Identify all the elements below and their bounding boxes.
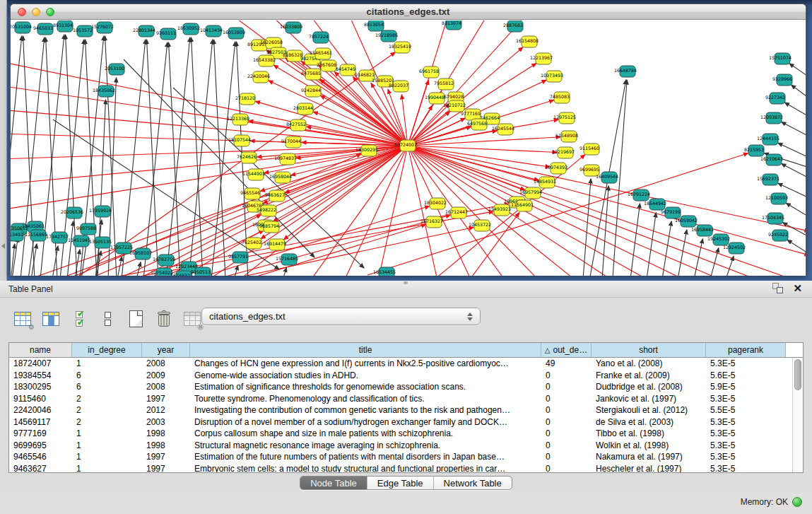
svg-text:16245544: 16245544 xyxy=(492,126,514,131)
table-cell: 6 xyxy=(72,382,142,392)
memory-status-icon[interactable] xyxy=(792,497,802,507)
vertical-scrollbar[interactable] xyxy=(792,358,803,472)
svg-text:18107544: 18107544 xyxy=(228,137,251,142)
table-cell: Dudbridge et al. (2008) xyxy=(592,382,706,392)
svg-text:15716485: 15716485 xyxy=(276,256,298,261)
svg-text:7857224: 7857224 xyxy=(309,34,329,39)
table-row[interactable]: 1938455462009Genome-wide association stu… xyxy=(9,370,803,382)
select-all-checkboxes-button[interactable] xyxy=(69,309,89,329)
svg-text:15885201: 15885201 xyxy=(372,78,394,83)
table-cell: de Silva et al. (2003) xyxy=(592,417,706,427)
table-cell: 1 xyxy=(72,440,142,450)
svg-text:16958107: 16958107 xyxy=(129,250,152,255)
column-header-in_degree[interactable]: in_degree xyxy=(72,343,142,357)
svg-text:9146821: 9146821 xyxy=(355,72,375,77)
table-row[interactable]: 969969511998Structural magnetic resonanc… xyxy=(9,440,803,452)
svg-text:8186328: 8186328 xyxy=(283,52,302,57)
table-row[interactable]: 911546021997Tourette syndrome. Phenomeno… xyxy=(9,393,803,405)
svg-text:9245022: 9245022 xyxy=(768,232,788,237)
column-header-title[interactable]: title xyxy=(190,343,541,357)
table-cell: 0 xyxy=(541,417,592,427)
svg-text:7485083: 7485083 xyxy=(550,94,570,99)
column-header-out_de[interactable]: △out_de… xyxy=(541,343,592,357)
svg-text:12975125: 12975125 xyxy=(553,115,576,119)
table-cell: 1 xyxy=(72,358,142,368)
new-document-button[interactable] xyxy=(126,309,146,329)
svg-text:1053572: 1053572 xyxy=(73,28,93,33)
table-options-button[interactable]: ⚙ xyxy=(13,309,33,329)
tab-node-table[interactable]: Node Table xyxy=(300,477,367,489)
table-cell: 9699695 xyxy=(9,440,72,450)
svg-text:18304022: 18304022 xyxy=(424,200,447,205)
table-cell: Nakamura et al. (1997) xyxy=(592,452,706,462)
table-cell: 0 xyxy=(541,464,592,473)
svg-text:15692371: 15692371 xyxy=(757,176,779,181)
column-header-name[interactable]: name xyxy=(9,343,72,357)
svg-text:15493923: 15493923 xyxy=(488,206,511,211)
column-header-short[interactable]: short xyxy=(592,343,706,357)
svg-text:8427552: 8427552 xyxy=(286,122,306,127)
table-cell: Stergiakouli et al. (2012) xyxy=(592,405,706,415)
float-panel-icon[interactable] xyxy=(772,283,783,293)
svg-text:17342757: 17342757 xyxy=(46,234,69,239)
table-row[interactable]: 1830029562008Estimation of significance … xyxy=(9,381,803,393)
svg-text:12923448: 12923448 xyxy=(175,264,198,269)
svg-text:11544901: 11544901 xyxy=(242,171,265,176)
svg-text:6497568: 6497568 xyxy=(467,121,487,126)
splitter-grip[interactable] xyxy=(404,281,408,284)
network-canvas[interactable]: 1872400789129551822605898275031654338281… xyxy=(11,21,806,276)
table-cell: 0 xyxy=(541,405,592,415)
table-row[interactable]: 2242004622012Investigating the contribut… xyxy=(9,404,803,416)
svg-text:9115460: 9115460 xyxy=(579,146,599,151)
delete-table-disabled-button: ✕ xyxy=(182,309,202,329)
table-row[interactable]: 1872400712008Changes of HCN gene express… xyxy=(9,358,803,370)
svg-text:9465546: 9465546 xyxy=(240,190,260,195)
column-header-pagerank[interactable]: pagerank xyxy=(706,343,786,357)
table-cell: 5.9E-5 xyxy=(706,382,786,392)
svg-text:7624626: 7624626 xyxy=(237,154,257,159)
delete-trash-button[interactable] xyxy=(154,309,174,329)
svg-text:18210722: 18210722 xyxy=(443,103,466,107)
svg-text:22801344: 22801344 xyxy=(133,28,155,33)
show-columns-button[interactable] xyxy=(41,309,61,329)
svg-text:16749322: 16749322 xyxy=(170,273,193,276)
svg-text:10974837: 10974837 xyxy=(274,156,297,160)
svg-text:9242844: 9242844 xyxy=(301,88,321,93)
network-window-titlebar[interactable]: citations_edges.txt xyxy=(11,4,806,20)
table-cell: 9115460 xyxy=(9,394,72,404)
table-selector-dropdown[interactable]: citations_edges.txt xyxy=(201,308,481,325)
unselect-all-checkboxes-button[interactable] xyxy=(98,309,117,329)
svg-text:11564901: 11564901 xyxy=(511,202,534,207)
column-header-year[interactable]: year xyxy=(142,343,190,357)
table-cell: Wolkin et al. (1998) xyxy=(592,440,706,450)
svg-text:16154808: 16154808 xyxy=(516,38,539,43)
svg-text:6961758: 6961758 xyxy=(419,69,439,74)
network-window: citations_edges.txt 18724007891295518226… xyxy=(10,4,806,276)
svg-text:10453722: 10453722 xyxy=(469,222,491,227)
table-cell: 18300295 xyxy=(9,382,72,392)
table-cell: Tibbo et al. (1998) xyxy=(592,428,706,438)
table-cell: 1997 xyxy=(142,452,190,462)
tab-edge-table[interactable]: Edge Table xyxy=(367,477,434,489)
svg-text:10974393: 10974393 xyxy=(545,165,567,170)
tab-network-table[interactable]: Network Table xyxy=(434,477,512,489)
close-panel-icon[interactable]: ✕ xyxy=(793,283,802,293)
table-row[interactable]: 977716911998Corpus callosum shape and si… xyxy=(9,428,803,440)
svg-text:9227342: 9227342 xyxy=(765,95,785,100)
table-row[interactable]: 946554611997Estimation of the future num… xyxy=(9,451,803,463)
svg-text:9885794: 9885794 xyxy=(259,223,279,228)
table-cell: 5.6E-5 xyxy=(706,370,786,380)
table-cell: 2003 xyxy=(142,417,190,427)
svg-text:11451945: 11451945 xyxy=(68,238,90,243)
gutter-arrow-icon[interactable] xyxy=(1,243,5,249)
svg-text:2867608: 2867608 xyxy=(317,62,336,67)
table-row[interactable]: 946362711997Embryonic stem cells: a mode… xyxy=(9,463,803,474)
table-type-tabs: Node TableEdge TableNetwork Table xyxy=(300,476,512,490)
scrollbar-thumb[interactable] xyxy=(794,359,801,390)
table-cell: Investigating the contribution of common… xyxy=(190,405,541,415)
svg-text:15751074: 15751074 xyxy=(769,55,792,60)
memory-status-label: Memory: OK xyxy=(741,497,788,507)
table-cell: 5.3E-5 xyxy=(706,428,786,438)
table-row[interactable]: 1456911722003Disruption of a novel membe… xyxy=(9,416,803,428)
table-cell: Yano et al. (2008) xyxy=(592,358,706,368)
